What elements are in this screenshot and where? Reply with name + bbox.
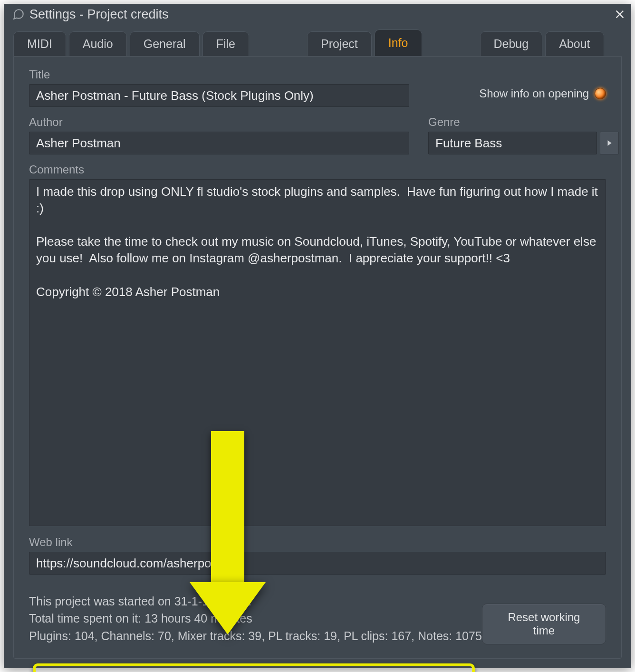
show-info-label: Show info on opening <box>479 87 589 100</box>
title-input[interactable] <box>29 84 409 107</box>
genre-picker-button[interactable] <box>600 132 619 154</box>
settings-window: Settings - Project credits MIDI Audio Ge… <box>4 4 631 668</box>
tab-debug[interactable]: Debug <box>480 31 543 56</box>
tab-info[interactable]: Info <box>375 29 422 56</box>
reset-working-time-button[interactable]: Reset working time <box>482 604 606 644</box>
comments-label: Comments <box>29 163 606 176</box>
genre-label: Genre <box>428 115 619 129</box>
comments-textarea[interactable]: I made this drop using ONLY fl studio's … <box>29 179 606 526</box>
weblink-label: Web link <box>29 536 606 549</box>
close-icon[interactable] <box>612 7 627 22</box>
weblink-input[interactable] <box>29 552 606 575</box>
annotation-highlight-box <box>33 663 475 672</box>
titlebar: Settings - Project credits <box>4 4 631 25</box>
tabs-bar: MIDI Audio General File Project Info Deb… <box>4 25 631 56</box>
stats-line: Plugins: 104, Channels: 70, Mixer tracks… <box>29 627 482 644</box>
tab-about[interactable]: About <box>545 31 604 56</box>
tab-project[interactable]: Project <box>307 31 372 56</box>
app-icon <box>12 8 25 20</box>
title-label: Title <box>29 68 409 81</box>
started-line: This project was started on 31-1-18 21:1… <box>29 593 482 610</box>
tab-midi[interactable]: MIDI <box>13 31 66 56</box>
show-info-toggle[interactable]: Show info on opening <box>428 82 606 105</box>
svg-marker-2 <box>608 140 612 146</box>
tab-audio[interactable]: Audio <box>69 31 127 56</box>
led-icon <box>595 88 606 99</box>
tab-file[interactable]: File <box>202 31 249 56</box>
tab-general[interactable]: General <box>130 31 200 56</box>
genre-input[interactable] <box>428 132 597 154</box>
author-label: Author <box>29 115 409 129</box>
project-stats-block: This project was started on 31-1-18 21:1… <box>29 593 482 644</box>
info-panel: Title Show info on opening Author Genre <box>13 56 622 659</box>
timespent-line: Total time spent on it: 13 hours 40 minu… <box>29 610 482 627</box>
author-input[interactable] <box>29 132 409 154</box>
window-title: Settings - Project credits <box>29 7 612 22</box>
